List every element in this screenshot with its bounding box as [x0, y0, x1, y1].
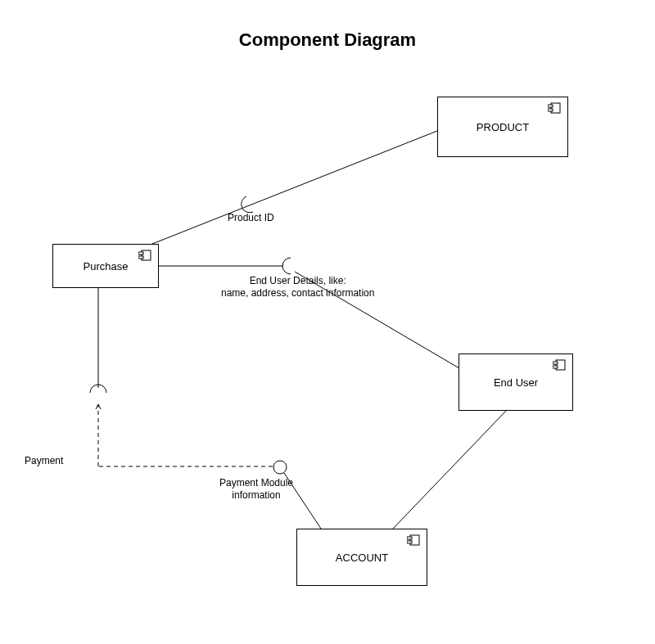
component-end-user-label: End User [494, 376, 538, 389]
label-end-user-details: End User Details, like: name, address, c… [221, 275, 374, 299]
component-icon [138, 250, 151, 263]
svg-rect-13 [138, 252, 143, 254]
component-icon [553, 359, 566, 373]
svg-rect-19 [407, 537, 412, 539]
label-payment: Payment [25, 455, 63, 467]
label-payment-module: Payment Module information [219, 477, 293, 502]
component-purchase: Purchase [52, 244, 159, 288]
svg-line-8 [393, 409, 508, 529]
component-product: PRODUCT [437, 97, 568, 157]
svg-rect-17 [553, 366, 558, 368]
component-account-label: ACCOUNT [336, 552, 388, 564]
component-end-user: End User [458, 354, 573, 411]
svg-rect-10 [548, 105, 553, 107]
component-purchase-label: Purchase [84, 260, 129, 272]
svg-point-7 [273, 461, 287, 474]
svg-rect-16 [553, 362, 558, 364]
component-icon [407, 534, 420, 548]
component-icon [548, 102, 561, 116]
label-product-id: Product ID [228, 212, 274, 224]
svg-rect-14 [138, 256, 143, 259]
diagram-title: Component Diagram [0, 29, 655, 51]
svg-line-0 [148, 131, 437, 245]
component-product-label: PRODUCT [477, 121, 529, 133]
component-account: ACCOUNT [296, 529, 427, 586]
svg-rect-11 [548, 109, 553, 111]
svg-rect-20 [407, 541, 412, 543]
